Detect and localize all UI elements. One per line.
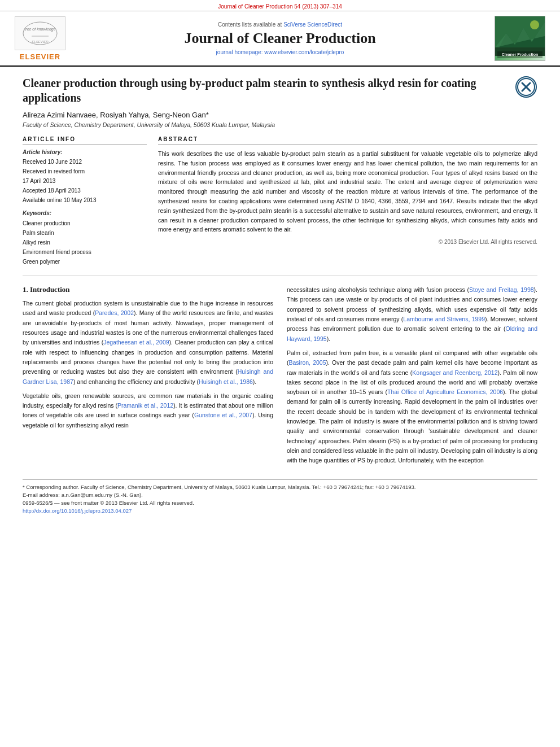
article-info-column: Article Info Article history: Received 1… xyxy=(23,136,147,267)
accepted-date: Accepted 18 April 2013 xyxy=(23,186,147,195)
sciverse-link[interactable]: SciVerse ScienceDirect xyxy=(283,21,342,28)
footnote-star: * Corresponding author. Faculty of Scien… xyxy=(23,483,537,491)
keyword-1: Cleaner production xyxy=(23,219,147,228)
intro-paragraph-2: Vegetable oils, green renewable sources,… xyxy=(23,391,273,430)
svg-text:tree of knowledge: tree of knowledge xyxy=(24,27,55,32)
svg-point-8 xyxy=(530,20,539,29)
affiliation: Faculty of Science, Chemistry Department… xyxy=(23,121,537,128)
keyword-4: Environment friend process xyxy=(23,247,147,257)
cover-image: Cleaner Production xyxy=(495,16,545,61)
footnote-doi: http://dx.doi.org/10.1016/j.jclepro.2013… xyxy=(23,507,537,515)
sciverse-text: Contents lists available at SciVerse Sci… xyxy=(71,21,489,28)
footnote-email: E-mail address: a.n.Gan@um.edu.my (S.-N.… xyxy=(23,491,537,499)
introduction-section: 1. Introduction The current global produ… xyxy=(23,285,537,470)
journal-header: tree of knowledge ELSEVIER ELSEVIER Cont… xyxy=(0,11,560,67)
received-date: Received 10 June 2012 xyxy=(23,158,147,166)
article-info-header: Article Info xyxy=(23,136,147,145)
keywords-label: Keywords: xyxy=(23,210,147,216)
footnote-section: * Corresponding author. Faculty of Scien… xyxy=(23,479,537,516)
intro-right-paragraph-1: necessitates using alcoholysis technique… xyxy=(287,285,537,344)
keywords-section: Keywords: Cleaner production Palm steari… xyxy=(23,210,147,267)
available-online-date: Available online 10 May 2013 xyxy=(23,196,147,204)
elsevier-logo-image: tree of knowledge ELSEVIER xyxy=(15,16,65,50)
intro-paragraph-1: The current global production system is … xyxy=(23,299,273,387)
footnote-issn: 0959-6526/$ — see front matter © 2013 El… xyxy=(23,499,537,507)
intro-left-column: 1. Introduction The current global produ… xyxy=(23,285,273,470)
journal-homepage: journal homepage: www.elsevier.com/locat… xyxy=(71,49,489,55)
journal-cover: Cleaner Production xyxy=(489,16,551,61)
abstract-text: This work describes the use of less valu… xyxy=(158,149,537,234)
copyright: © 2013 Elsevier Ltd. All rights reserved… xyxy=(158,239,537,245)
section-divider xyxy=(23,276,537,276)
main-content: Cleaner production through using by-prod… xyxy=(0,67,560,525)
article-history-label: Article history: xyxy=(23,149,147,155)
intro-right-column: necessitates using alcoholysis technique… xyxy=(287,285,537,470)
keyword-5: Green polymer xyxy=(23,257,147,267)
journal-center: Contents lists available at SciVerse Sci… xyxy=(71,21,489,55)
elsevier-logo: tree of knowledge ELSEVIER ELSEVIER xyxy=(9,16,71,61)
abstract-header: Abstract xyxy=(158,136,537,145)
abstract-column: Abstract This work describes the use of … xyxy=(158,136,537,267)
keyword-3: Alkyd resin xyxy=(23,238,147,247)
intro-section-title: 1. Introduction xyxy=(23,285,273,294)
crossmark-badge xyxy=(515,76,537,98)
article-info-abstract-section: Article Info Article history: Received 1… xyxy=(23,136,537,267)
elsevier-brand-text: ELSEVIER xyxy=(20,53,60,61)
intro-right-paragraph-2: Palm oil, extracted from palm tree, is a… xyxy=(287,348,537,466)
cover-title-text: Cleaner Production xyxy=(497,51,542,58)
journal-reference: Journal of Cleaner Production 54 (2013) … xyxy=(0,0,560,11)
journal-title: Journal of Cleaner Production xyxy=(71,30,489,47)
revised-date: 17 April 2013 xyxy=(23,177,147,185)
keyword-2: Palm stearin xyxy=(23,228,147,238)
article-title: Cleaner production through using by-prod… xyxy=(23,76,537,105)
received-revised-label: Received in revised form xyxy=(23,167,147,176)
doi-link[interactable]: http://dx.doi.org/10.1016/j.jclepro.2013… xyxy=(23,508,132,514)
svg-text:ELSEVIER: ELSEVIER xyxy=(32,40,49,43)
authors: Alireza Azimi Nanvaee, Rosiyah Yahya, Se… xyxy=(23,111,537,119)
